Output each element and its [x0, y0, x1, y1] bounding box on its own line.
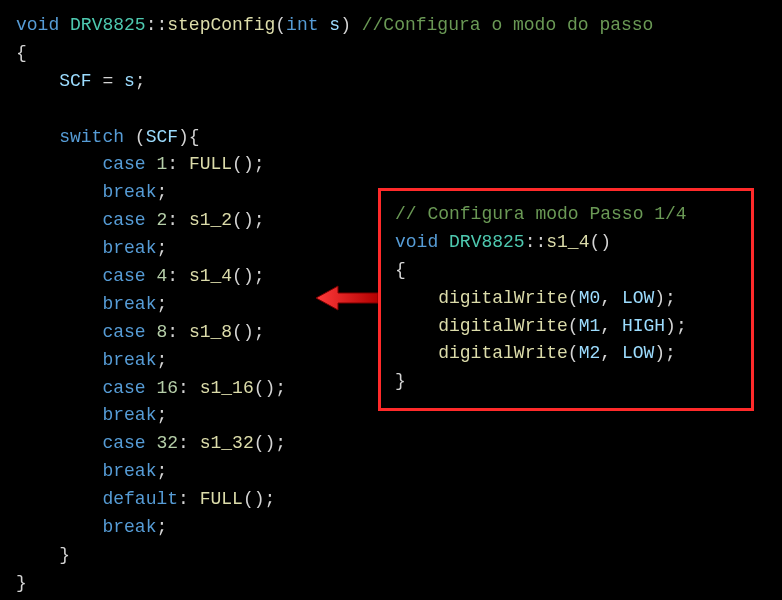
keyword-case: case: [102, 266, 145, 286]
call-fn: digitalWrite: [438, 343, 568, 363]
rhs-s: s: [124, 71, 135, 91]
case-number: 2: [156, 210, 167, 230]
code-block-callout: // Configura modo Passo 1/4 void DRV8825…: [395, 201, 737, 396]
arg: LOW: [622, 343, 654, 363]
method-name: s1_4: [546, 232, 589, 252]
call-fn: s1_2: [189, 210, 232, 230]
lparen: (: [275, 15, 286, 35]
comment-line: // Configura modo Passo 1/4: [395, 204, 687, 224]
keyword-break: break: [102, 405, 156, 425]
keyword-void: void: [16, 15, 59, 35]
class-name: DRV8825: [70, 15, 146, 35]
switch-lp: (: [124, 127, 146, 147]
method-name: stepConfig: [167, 15, 275, 35]
arg: M0: [579, 288, 601, 308]
brace-close: }: [395, 371, 406, 391]
class-name: DRV8825: [449, 232, 525, 252]
keyword-void: void: [395, 232, 438, 252]
case-number: 4: [156, 266, 167, 286]
call-fn: s1_4: [189, 266, 232, 286]
keyword-break: break: [102, 182, 156, 202]
keyword-break: break: [102, 238, 156, 258]
keyword-case: case: [102, 378, 145, 398]
brace-close-switch: }: [59, 545, 70, 565]
var-scf: SCF: [59, 71, 91, 91]
case-number: 32: [156, 433, 178, 453]
brace-close-fn: }: [16, 573, 27, 593]
keyword-break: break: [102, 350, 156, 370]
case-number: 8: [156, 322, 167, 342]
call-fn: FULL: [189, 154, 232, 174]
keyword-case: case: [102, 154, 145, 174]
case-number: 1: [156, 154, 167, 174]
call-fn: FULL: [200, 489, 243, 509]
brace-open: {: [16, 43, 27, 63]
keyword-case: case: [102, 322, 145, 342]
callout-code-box: // Configura modo Passo 1/4 void DRV8825…: [378, 188, 754, 411]
switch-var: SCF: [146, 127, 178, 147]
keyword-case: case: [102, 433, 145, 453]
lparen: (: [589, 232, 600, 252]
call-fn: s1_8: [189, 322, 232, 342]
switch-rp: ){: [178, 127, 200, 147]
keyword-break: break: [102, 517, 156, 537]
param-s: s: [329, 15, 340, 35]
arg: HIGH: [622, 316, 665, 336]
scope-op: ::: [146, 15, 168, 35]
case-number: 16: [156, 378, 178, 398]
call-fn: digitalWrite: [438, 288, 568, 308]
scope-op: ::: [525, 232, 547, 252]
keyword-switch: switch: [59, 127, 124, 147]
keyword-case: case: [102, 210, 145, 230]
keyword-int: int: [286, 15, 318, 35]
call-fn: s1_16: [200, 378, 254, 398]
arg: M2: [579, 343, 601, 363]
semi: ;: [135, 71, 146, 91]
rparen: ): [600, 232, 611, 252]
keyword-default: default: [102, 489, 178, 509]
call-fn: digitalWrite: [438, 316, 568, 336]
arg: M1: [579, 316, 601, 336]
comment-line: //Configura o modo do passo: [351, 15, 653, 35]
rparen: ): [340, 15, 351, 35]
assign-op: =: [92, 71, 124, 91]
call-fn: s1_32: [200, 433, 254, 453]
keyword-break: break: [102, 461, 156, 481]
brace-open: {: [395, 260, 406, 280]
keyword-break: break: [102, 294, 156, 314]
arg: LOW: [622, 288, 654, 308]
